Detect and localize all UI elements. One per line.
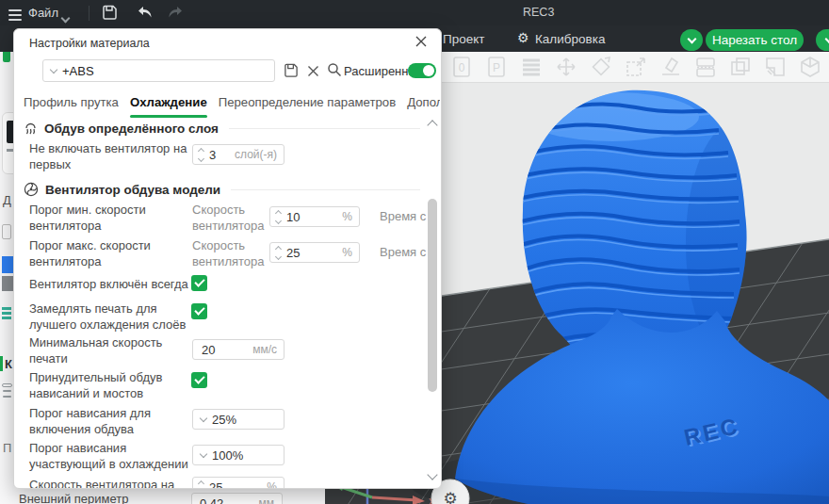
fan-speed-on-label: Скорость вентилятора на [29, 478, 218, 489]
svg-text:P: P [493, 61, 500, 74]
max-fan-field[interactable]: 25 % [269, 242, 360, 263]
tab-overrides[interactable]: Переопределение параметров [219, 95, 396, 118]
color-swatch-blue[interactable] [2, 256, 13, 273]
title-bar: Файл REC3 [0, 0, 829, 25]
section-model-fan: Вентилятор обдува модели [24, 182, 420, 197]
tab-filament-profile[interactable]: Профиль прутка [24, 95, 119, 118]
tab-cooling[interactable]: Охлаждение [130, 95, 207, 118]
preset-combobox[interactable]: +ABS [42, 59, 275, 82]
scroll-down-icon[interactable] [427, 469, 437, 480]
min-speed-label: Минимальная скорость печати [29, 335, 187, 366]
plate-0-icon[interactable]: 0 [448, 54, 475, 80]
fan-always-checkbox[interactable] [191, 275, 207, 291]
max-fan-sublabel: Скорость вентилятора [192, 238, 271, 269]
fill-icon[interactable] [762, 54, 788, 80]
chevron-down-icon [687, 34, 696, 43]
scrollbar-thumb[interactable] [428, 199, 437, 392]
hamburger-icon[interactable] [8, 7, 22, 24]
slice-options-button[interactable] [680, 29, 703, 51]
layers-icon[interactable] [518, 54, 545, 80]
move-icon[interactable] [553, 54, 579, 80]
dialog-title: Настройки материала [29, 37, 150, 50]
rotate-icon[interactable] [588, 54, 614, 80]
tab-additional[interactable]: Дополнитель... [407, 95, 440, 118]
overhang-fan-dropdown[interactable]: 25% [192, 409, 284, 430]
fan-speed-on-field[interactable]: 25 % [192, 477, 284, 489]
menu-project[interactable]: Проект [443, 32, 484, 46]
file-menu[interactable]: Файл [28, 6, 58, 20]
min-fan-field[interactable]: 10 % [269, 206, 360, 227]
max-fan-label: Порог макс. скорости вентилятора [29, 238, 175, 269]
no-fan-first-field[interactable]: 3 слой(-я) [192, 144, 284, 165]
chevron-down-icon [824, 34, 829, 43]
advanced-toggle[interactable] [408, 63, 436, 78]
preset-value: +ABS [62, 64, 94, 78]
chevron-down-icon[interactable] [62, 8, 69, 25]
svg-text:0: 0 [459, 61, 465, 74]
clone-icon[interactable] [727, 54, 754, 80]
dialog-tabs: Профиль прутка Охлаждение Переопределени… [24, 95, 440, 118]
overhang-cool-dropdown[interactable]: 100% [192, 445, 284, 465]
spinner-arrows[interactable] [276, 247, 281, 259]
stack-icon [2, 383, 12, 387]
min-fan-sublabel: Скорость вентилятора [192, 203, 271, 234]
color-swatch-gray[interactable] [2, 276, 13, 291]
outer-perimeter-label: Внешний периметр [19, 492, 129, 504]
panel-label-fragment: Д [3, 193, 11, 207]
slow-print-checkbox[interactable] [191, 303, 207, 319]
search-icon[interactable] [327, 62, 342, 81]
spinner-arrows[interactable] [276, 211, 281, 223]
min-fan-time-label: Время с [380, 209, 426, 225]
plate-p-icon[interactable]: P [483, 54, 510, 80]
lay-flat-icon[interactable] [658, 54, 684, 80]
panel-icon-fragment [2, 224, 11, 239]
fan-always-label: Вентилятор включён всегда [29, 277, 188, 293]
chevron-down-icon [200, 415, 207, 422]
spinner-arrows[interactable] [199, 149, 203, 161]
layer-fan-icon [24, 122, 38, 136]
delete-preset-icon[interactable] [307, 64, 319, 81]
section-layer-cooling: Обдув определённого слоя [24, 122, 420, 136]
slice-button[interactable]: Нарезать стол [706, 29, 804, 51]
undo-icon[interactable] [137, 5, 154, 24]
forced-cooling-checkbox[interactable] [191, 372, 207, 388]
outer-perimeter-field[interactable]: 0.42 мм [191, 493, 283, 504]
min-fan-label: Порог мин. скорости вентилятора [29, 203, 175, 234]
close-button[interactable] [414, 35, 431, 52]
panel-label-fragment: К [5, 357, 12, 371]
overhang-cool-label: Порог нависания участвующий в охлаждении [29, 441, 197, 472]
chevron-down-icon [200, 450, 207, 458]
min-speed-field[interactable]: 20 мм/с [192, 339, 284, 360]
fan-icon [24, 182, 39, 197]
overhang-fan-label: Порог нависания для включения обдува [29, 406, 180, 437]
chevron-down-icon [50, 66, 57, 73]
gear-icon[interactable]: ⚙ [517, 30, 529, 45]
save-icon[interactable] [102, 5, 118, 24]
forced-cooling-label: Принудительный обдув нависаний и мостов [29, 370, 185, 401]
no-fan-first-label: Не включать вентилятор на первых [29, 141, 191, 172]
material-settings-dialog: Настройки материала +ABS Расширенный Про… [13, 28, 442, 489]
cube-icon[interactable] [797, 54, 823, 80]
menu-calibration[interactable]: Калибровка [535, 32, 605, 46]
divider [89, 6, 89, 21]
split-icon[interactable] [692, 54, 719, 80]
active-marker [0, 356, 3, 371]
max-fan-time-label: Время с [380, 245, 426, 261]
scale-icon[interactable] [623, 54, 649, 80]
view-gear-icon: ⚙ [443, 490, 457, 504]
filament-icon [2, 307, 11, 310]
window-title: REC3 [523, 6, 554, 19]
redo-icon[interactable] [167, 5, 184, 24]
spinner-arrows[interactable] [199, 481, 203, 490]
slow-print-label: Замедлять печать для лучшего охлаждения … [29, 301, 187, 333]
dialog-scrollbar[interactable] [427, 118, 438, 484]
save-preset-icon[interactable] [284, 63, 299, 82]
print-options-button[interactable] [816, 29, 829, 51]
panel-label-fragment: П [3, 441, 11, 455]
scroll-up-icon[interactable] [427, 120, 437, 130]
